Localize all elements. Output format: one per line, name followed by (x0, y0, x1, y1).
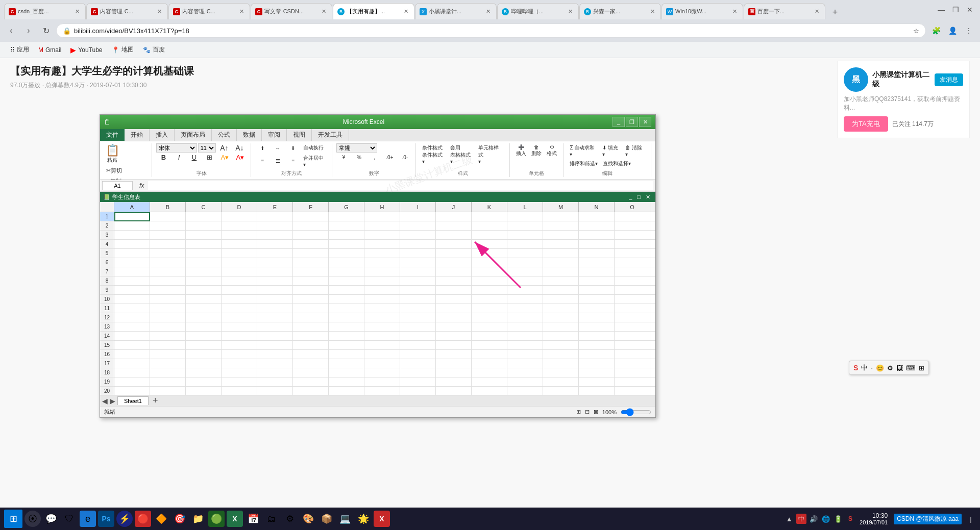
cell-J5[interactable] (436, 249, 472, 258)
bookmark-map[interactable]: 📍 地图 (108, 44, 138, 56)
cell-G15[interactable] (329, 341, 364, 350)
cell-C2[interactable] (186, 221, 222, 231)
cell-I13[interactable] (400, 322, 436, 332)
tab-close-1[interactable]: ✕ (73, 8, 81, 16)
cell-P14[interactable] (650, 332, 655, 341)
taskbar-app10[interactable]: 📦 (318, 511, 335, 527)
col-header-e[interactable]: E (257, 202, 293, 212)
cell-J2[interactable] (436, 221, 472, 231)
wrap-text-button[interactable]: 自动换行 (301, 143, 326, 153)
cell-J12[interactable] (436, 313, 472, 322)
cell-D2[interactable] (222, 221, 257, 231)
paste-button[interactable]: 📋 粘贴 (104, 143, 120, 165)
cell-I4[interactable] (400, 240, 436, 249)
cell-I5[interactable] (400, 249, 436, 258)
cell-M18[interactable] (543, 368, 579, 377)
cell-A12[interactable] (114, 313, 150, 322)
cell-A11[interactable] (114, 304, 150, 313)
cell-L4[interactable] (507, 240, 543, 249)
cell-H4[interactable] (364, 240, 400, 249)
cell-O9[interactable] (615, 286, 650, 295)
cell-A8[interactable] (114, 276, 150, 286)
cell-D20[interactable] (222, 387, 257, 395)
cell-A3[interactable] (114, 231, 150, 240)
cell-D14[interactable] (222, 332, 257, 341)
cell-O10[interactable] (615, 295, 650, 304)
cell-N15[interactable] (579, 341, 615, 350)
cell-K5[interactable] (472, 249, 507, 258)
clear-button[interactable]: 🗑 清除▾ (623, 143, 646, 158)
cell-P13[interactable] (650, 322, 655, 332)
autosum-button[interactable]: Σ 自动求和▾ (568, 143, 599, 158)
cell-N3[interactable] (579, 231, 615, 240)
cell-B11[interactable] (150, 304, 186, 313)
cell-F1[interactable] (293, 212, 329, 221)
menu-icon[interactable]: ⋮ (962, 23, 976, 38)
taskbar-fileexplorer[interactable]: 📁 (190, 511, 206, 527)
cell-I12[interactable] (400, 313, 436, 322)
row-header-3[interactable]: 3 (100, 231, 114, 240)
cell-O1[interactable] (615, 212, 650, 221)
ribbon-tab-insert[interactable]: 插入 (150, 129, 175, 141)
cell-M4[interactable] (543, 240, 579, 249)
row-header-2[interactable]: 2 (100, 221, 114, 231)
cell-G6[interactable] (329, 258, 364, 267)
cell-I9[interactable] (400, 286, 436, 295)
col-header-j[interactable]: J (436, 202, 472, 212)
cell-K19[interactable] (472, 377, 507, 387)
add-sheet-button[interactable]: + (151, 395, 160, 406)
cell-A19[interactable] (114, 377, 150, 387)
cell-C5[interactable] (186, 249, 222, 258)
cell-F16[interactable] (293, 350, 329, 359)
cell-G19[interactable] (329, 377, 364, 387)
cell-A1[interactable] (114, 212, 150, 221)
cell-L6[interactable] (507, 258, 543, 267)
cell-O6[interactable] (615, 258, 650, 267)
cell-L7[interactable] (507, 267, 543, 276)
cell-D10[interactable] (222, 295, 257, 304)
view-layout-icon[interactable]: ⊟ (585, 409, 590, 415)
cell-G1[interactable] (329, 212, 364, 221)
clock-area[interactable]: 10:30 2019/07/01 (860, 512, 888, 525)
cell-H15[interactable] (364, 341, 400, 350)
cell-L13[interactable] (507, 322, 543, 332)
cell-H13[interactable] (364, 322, 400, 332)
cell-I17[interactable] (400, 359, 436, 368)
tab-8[interactable]: B 兴森一家... ✕ (579, 3, 661, 19)
taskbar-app12[interactable]: 🌟 (355, 511, 372, 527)
cell-O17[interactable] (615, 359, 650, 368)
cell-J20[interactable] (436, 387, 472, 395)
cell-L12[interactable] (507, 313, 543, 322)
bookmark-gmail[interactable]: M Gmail (34, 44, 65, 56)
cell-A13[interactable] (114, 322, 150, 332)
delete-button[interactable]: 🗑 删除 (529, 143, 544, 158)
forward-button[interactable]: › (21, 23, 36, 38)
cell-B1[interactable] (150, 212, 186, 221)
row-header-10[interactable]: 10 (100, 295, 114, 304)
cell-P9[interactable] (650, 286, 655, 295)
cell-M7[interactable] (543, 267, 579, 276)
cell-B12[interactable] (150, 313, 186, 322)
tab-close-4[interactable]: ✕ (320, 8, 328, 16)
italic-button[interactable]: I (172, 154, 186, 161)
align-left-button[interactable]: ≡ (255, 157, 270, 165)
cell-D13[interactable] (222, 322, 257, 332)
ribbon-tab-layout[interactable]: 页面布局 (175, 129, 212, 141)
tray-up-arrow[interactable]: ▲ (784, 514, 794, 524)
cell-O2[interactable] (615, 221, 650, 231)
cell-O14[interactable] (615, 332, 650, 341)
ribbon-tab-developer[interactable]: 开发工具 (312, 129, 349, 141)
decrease-decimal-button[interactable]: .0- (398, 154, 412, 161)
ribbon-tab-home[interactable]: 开始 (125, 129, 150, 141)
taskbar-app4[interactable]: 🔴 (135, 511, 151, 527)
cell-G7[interactable] (329, 267, 364, 276)
cell-A10[interactable] (114, 295, 150, 304)
maximize-button[interactable]: ❐ (949, 4, 962, 16)
row-header-9[interactable]: 9 (100, 286, 114, 295)
cell-G12[interactable] (329, 313, 364, 322)
cell-M19[interactable] (543, 377, 579, 387)
row-header-19[interactable]: 19 (100, 377, 114, 387)
cell-E3[interactable] (257, 231, 293, 240)
cell-P19[interactable] (650, 377, 655, 387)
cell-P17[interactable] (650, 359, 655, 368)
